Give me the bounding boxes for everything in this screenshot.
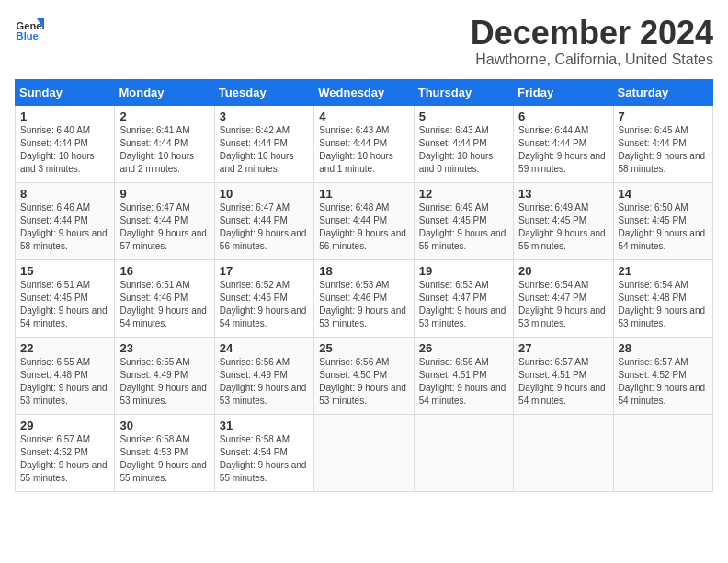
day-cell: 17Sunrise: 6:52 AMSunset: 4:46 PMDayligh… [214,259,313,337]
day-info: Sunrise: 6:40 AMSunset: 4:44 PMDaylight:… [20,124,109,176]
day-cell: 18Sunrise: 6:53 AMSunset: 4:46 PMDayligh… [314,259,414,337]
page-header: General Blue December 2024 Hawthorne, Ca… [15,15,713,68]
day-number: 21 [619,264,708,278]
day-number: 8 [20,187,109,201]
day-number: 12 [419,187,508,201]
header-thursday: Thursday [414,79,513,105]
day-info: Sunrise: 6:42 AMSunset: 4:44 PMDaylight:… [220,124,309,176]
header-row: SundayMondayTuesdayWednesdayThursdayFrid… [16,79,713,105]
day-info: Sunrise: 6:51 AMSunset: 4:46 PMDaylight:… [119,279,209,330]
day-info: Sunrise: 6:54 AMSunset: 4:48 PMDaylight:… [619,279,708,330]
day-cell: 27Sunrise: 6:57 AMSunset: 4:51 PMDayligh… [514,337,613,414]
day-number: 19 [419,264,508,278]
day-number: 27 [518,341,608,355]
day-cell: 11Sunrise: 6:48 AMSunset: 4:44 PMDayligh… [314,182,414,259]
day-cell [514,414,613,491]
day-number: 18 [319,264,408,278]
day-cell [314,414,414,491]
day-info: Sunrise: 6:56 AMSunset: 4:50 PMDaylight:… [319,356,408,408]
calendar-subtitle: Hawthorne, California, United States [471,52,713,68]
day-info: Sunrise: 6:55 AMSunset: 4:48 PMDaylight:… [20,356,109,408]
day-cell [414,414,513,491]
week-row-5: 29Sunrise: 6:57 AMSunset: 4:52 PMDayligh… [16,414,713,491]
day-number: 24 [220,341,309,355]
day-info: Sunrise: 6:47 AMSunset: 4:44 PMDaylight:… [220,201,309,253]
day-info: Sunrise: 6:56 AMSunset: 4:51 PMDaylight:… [419,356,508,408]
day-number: 16 [119,264,209,278]
day-number: 14 [619,187,708,201]
day-info: Sunrise: 6:53 AMSunset: 4:46 PMDaylight:… [319,279,408,330]
day-cell: 1Sunrise: 6:40 AMSunset: 4:44 PMDaylight… [16,105,115,182]
day-number: 4 [319,109,408,123]
day-info: Sunrise: 6:57 AMSunset: 4:52 PMDaylight:… [20,433,109,485]
day-cell: 5Sunrise: 6:43 AMSunset: 4:44 PMDaylight… [414,105,513,182]
calendar-title: December 2024 [471,15,713,52]
day-info: Sunrise: 6:58 AMSunset: 4:54 PMDaylight:… [220,433,309,485]
day-cell: 12Sunrise: 6:49 AMSunset: 4:45 PMDayligh… [414,182,513,259]
day-number: 23 [119,341,209,355]
week-row-3: 15Sunrise: 6:51 AMSunset: 4:45 PMDayligh… [16,259,713,337]
day-cell: 3Sunrise: 6:42 AMSunset: 4:44 PMDaylight… [214,105,313,182]
day-cell: 28Sunrise: 6:57 AMSunset: 4:52 PMDayligh… [613,337,712,414]
day-info: Sunrise: 6:43 AMSunset: 4:44 PMDaylight:… [419,124,508,176]
header-tuesday: Tuesday [214,79,313,105]
day-number: 25 [319,341,408,355]
day-info: Sunrise: 6:57 AMSunset: 4:51 PMDaylight:… [518,356,608,408]
day-info: Sunrise: 6:56 AMSunset: 4:49 PMDaylight:… [220,356,309,408]
week-row-2: 8Sunrise: 6:46 AMSunset: 4:44 PMDaylight… [16,182,713,259]
logo: General Blue [15,15,44,44]
header-sunday: Sunday [16,79,115,105]
day-cell: 16Sunrise: 6:51 AMSunset: 4:46 PMDayligh… [115,259,214,337]
day-cell: 4Sunrise: 6:43 AMSunset: 4:44 PMDaylight… [314,105,414,182]
day-number: 3 [220,109,309,123]
day-number: 6 [518,109,608,123]
day-info: Sunrise: 6:49 AMSunset: 4:45 PMDaylight:… [419,201,508,253]
title-block: December 2024 Hawthorne, California, Uni… [471,15,713,68]
day-cell: 8Sunrise: 6:46 AMSunset: 4:44 PMDaylight… [16,182,115,259]
day-info: Sunrise: 6:53 AMSunset: 4:47 PMDaylight:… [419,279,508,330]
week-row-1: 1Sunrise: 6:40 AMSunset: 4:44 PMDaylight… [16,105,713,182]
day-number: 17 [220,264,309,278]
day-cell: 23Sunrise: 6:55 AMSunset: 4:49 PMDayligh… [115,337,214,414]
day-info: Sunrise: 6:58 AMSunset: 4:53 PMDaylight:… [119,433,209,485]
day-info: Sunrise: 6:50 AMSunset: 4:45 PMDaylight:… [619,201,708,253]
day-number: 13 [518,187,608,201]
day-cell: 26Sunrise: 6:56 AMSunset: 4:51 PMDayligh… [414,337,513,414]
day-cell: 25Sunrise: 6:56 AMSunset: 4:50 PMDayligh… [314,337,414,414]
logo-icon: General Blue [15,15,44,44]
day-number: 15 [20,264,109,278]
day-number: 31 [220,419,309,432]
calendar-table: SundayMondayTuesdayWednesdayThursdayFrid… [15,79,713,492]
day-info: Sunrise: 6:57 AMSunset: 4:52 PMDaylight:… [619,356,708,408]
header-monday: Monday [115,79,214,105]
svg-text:Blue: Blue [17,30,39,41]
day-cell: 22Sunrise: 6:55 AMSunset: 4:48 PMDayligh… [16,337,115,414]
day-cell: 7Sunrise: 6:45 AMSunset: 4:44 PMDaylight… [613,105,712,182]
day-cell: 30Sunrise: 6:58 AMSunset: 4:53 PMDayligh… [115,414,214,491]
day-cell: 15Sunrise: 6:51 AMSunset: 4:45 PMDayligh… [16,259,115,337]
day-cell: 19Sunrise: 6:53 AMSunset: 4:47 PMDayligh… [414,259,513,337]
day-info: Sunrise: 6:45 AMSunset: 4:44 PMDaylight:… [619,124,708,176]
day-cell: 13Sunrise: 6:49 AMSunset: 4:45 PMDayligh… [514,182,613,259]
day-cell [613,414,712,491]
day-cell: 9Sunrise: 6:47 AMSunset: 4:44 PMDaylight… [115,182,214,259]
header-friday: Friday [514,79,613,105]
day-number: 2 [119,109,209,123]
day-info: Sunrise: 6:43 AMSunset: 4:44 PMDaylight:… [319,124,408,176]
day-number: 10 [220,187,309,201]
day-cell: 14Sunrise: 6:50 AMSunset: 4:45 PMDayligh… [613,182,712,259]
day-number: 28 [619,341,708,355]
day-number: 5 [419,109,508,123]
day-cell: 2Sunrise: 6:41 AMSunset: 4:44 PMDaylight… [115,105,214,182]
day-info: Sunrise: 6:55 AMSunset: 4:49 PMDaylight:… [119,356,209,408]
header-saturday: Saturday [613,79,712,105]
day-cell: 10Sunrise: 6:47 AMSunset: 4:44 PMDayligh… [214,182,313,259]
day-cell: 24Sunrise: 6:56 AMSunset: 4:49 PMDayligh… [214,337,313,414]
week-row-4: 22Sunrise: 6:55 AMSunset: 4:48 PMDayligh… [16,337,713,414]
day-info: Sunrise: 6:47 AMSunset: 4:44 PMDaylight:… [119,201,209,253]
day-info: Sunrise: 6:48 AMSunset: 4:44 PMDaylight:… [319,201,408,253]
day-info: Sunrise: 6:46 AMSunset: 4:44 PMDaylight:… [20,201,109,253]
day-info: Sunrise: 6:51 AMSunset: 4:45 PMDaylight:… [20,279,109,330]
day-number: 7 [619,109,708,123]
day-number: 22 [20,341,109,355]
